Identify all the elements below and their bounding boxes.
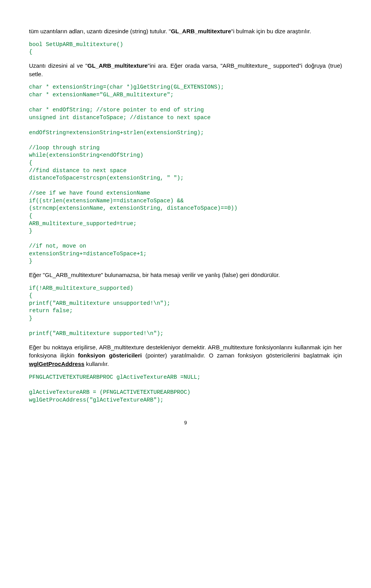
text: (pointer) yaratılmalıdır. O zaman fonksi… — [142, 352, 342, 359]
code-block-2: char * extensionString=(char *)glGetStri… — [29, 84, 342, 265]
bold-text: fonksiyon göstericileri — [78, 352, 142, 359]
text: Uzantı dizesini al ve " — [29, 62, 87, 69]
bold-text: GL_ARB_multitexture — [171, 28, 231, 34]
paragraph-3: Eğer "GL_ARB_multitexture" bulunamazsa, … — [29, 271, 342, 279]
code-block-1: bool SetUpARB_multitexture() { — [29, 41, 342, 56]
page-number: 9 — [29, 419, 342, 427]
paragraph-4: Eğer bu noktaya erişilirse, ARB_multitex… — [29, 343, 342, 368]
text: "i bulmak için bu dize araştırılır. — [231, 28, 311, 34]
text: tüm uzantıların adları, uzantı dizesinde… — [29, 28, 171, 34]
code-block-3: if(!ARB_multitexture_supported) { printf… — [29, 285, 342, 338]
bold-underline-text: wglGetProcAddress — [29, 361, 84, 367]
bold-text: GL_ARB_multitexture — [87, 62, 148, 69]
paragraph-1: tüm uzantıların adları, uzantı dizesinde… — [29, 27, 342, 36]
paragraph-2: Uzantı dizesini al ve "GL_ARB_multitextu… — [29, 62, 342, 79]
code-block-4: PFNGLACTIVETEXTUREARBPROC glActiveTextur… — [29, 374, 342, 404]
text: kullanılır. — [84, 361, 109, 367]
